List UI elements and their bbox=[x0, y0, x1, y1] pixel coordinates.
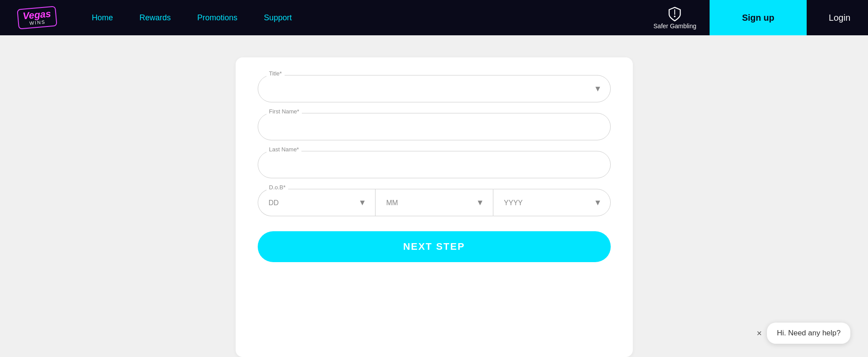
last-name-input[interactable] bbox=[258, 151, 611, 178]
next-step-button[interactable]: NEXT STEP bbox=[258, 231, 611, 262]
title-label: Title* bbox=[267, 70, 285, 77]
dob-field-group: D.o.B* DD ▼ MM ▼ bbox=[258, 189, 611, 216]
logo[interactable]: Vegas WINS bbox=[18, 8, 56, 28]
navbar-right: Safer Gambling Sign up Login bbox=[654, 0, 850, 35]
title-field-group: Title* Mr Mrs Ms Dr ▼ bbox=[258, 75, 611, 102]
nav-support[interactable]: Support bbox=[264, 13, 292, 23]
dob-month-select[interactable]: MM bbox=[375, 189, 493, 216]
title-select[interactable]: Mr Mrs Ms Dr bbox=[258, 75, 611, 102]
dob-day-select[interactable]: DD bbox=[258, 189, 376, 216]
svg-point-0 bbox=[674, 16, 676, 18]
navbar: Vegas WINS Home Rewards Promotions Suppo… bbox=[0, 0, 868, 35]
dob-day-select-wrapper: DD ▼ bbox=[258, 189, 376, 216]
last-name-field-group: Last Name* bbox=[258, 151, 611, 178]
first-name-label: First Name* bbox=[267, 108, 302, 115]
first-name-field-group: First Name* bbox=[258, 113, 611, 140]
dob-year-field: YYYY ▼ bbox=[493, 189, 611, 216]
safer-gambling-label: Safer Gambling bbox=[654, 23, 696, 30]
dob-row: D.o.B* DD ▼ MM ▼ bbox=[258, 189, 611, 216]
dob-year-select-wrapper: YYYY ▼ bbox=[493, 189, 611, 216]
nav-promotions[interactable]: Promotions bbox=[197, 13, 237, 23]
first-name-input[interactable] bbox=[258, 113, 611, 140]
dob-month-select-wrapper: MM ▼ bbox=[375, 189, 493, 216]
title-select-wrapper: Mr Mrs Ms Dr ▼ bbox=[258, 75, 611, 102]
main-content: Title* Mr Mrs Ms Dr ▼ First Name* Last N… bbox=[0, 35, 868, 357]
nav-rewards[interactable]: Rewards bbox=[139, 13, 171, 23]
dob-day-field: D.o.B* DD ▼ bbox=[258, 189, 376, 216]
chat-widget: × Hi. Need any help? bbox=[757, 323, 850, 344]
logo-vegas-text: Vegas bbox=[23, 9, 52, 21]
last-name-label: Last Name* bbox=[267, 146, 302, 153]
nav-home[interactable]: Home bbox=[92, 13, 113, 23]
safer-gambling-button[interactable]: Safer Gambling bbox=[654, 6, 696, 30]
dob-label: D.o.B* bbox=[267, 184, 289, 191]
signup-button[interactable]: Sign up bbox=[710, 0, 807, 35]
dob-year-select[interactable]: YYYY bbox=[493, 189, 611, 216]
dob-month-field: MM ▼ bbox=[375, 189, 493, 216]
chat-message: Hi. Need any help? bbox=[767, 323, 850, 344]
chat-close-button[interactable]: × bbox=[757, 328, 762, 338]
login-link[interactable]: Login bbox=[829, 13, 850, 23]
signup-form-container: Title* Mr Mrs Ms Dr ▼ First Name* Last N… bbox=[236, 57, 633, 357]
shield-icon bbox=[667, 6, 683, 22]
main-nav: Home Rewards Promotions Support bbox=[92, 13, 654, 23]
